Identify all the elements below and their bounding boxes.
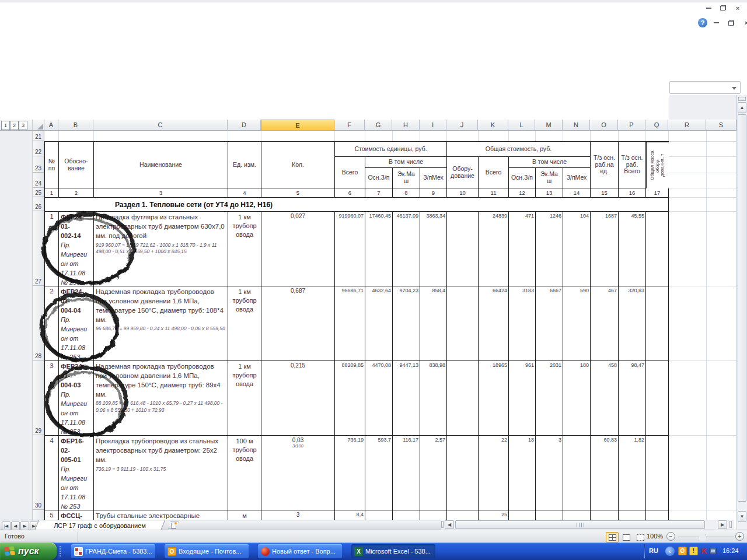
scroll-down-button[interactable]: ▼: [738, 511, 746, 522]
cell-c6[interactable]: 8,4: [335, 510, 365, 520]
cell-unit[interactable]: м: [228, 510, 261, 520]
header-cell-name[interactable]: Наименование: [94, 142, 228, 188]
colnum-9[interactable]: 9: [420, 188, 447, 198]
tray-warning-icon[interactable]: !: [689, 547, 698, 555]
header-cell-osn-zp-2[interactable]: Осн.З/п: [509, 168, 536, 188]
cell-basis[interactable]: ФЕР24-01- 004-04 Пр. Минреги он от 17.11…: [59, 286, 94, 361]
cell-name[interactable]: Трубы стальные электросварные: [94, 510, 228, 520]
row-header-29[interactable]: 29: [33, 360, 44, 435]
cell-c17[interactable]: [646, 436, 669, 510]
cell-c12[interactable]: 961: [509, 361, 536, 436]
cell-c8[interactable]: 9704,23: [393, 286, 420, 361]
cell-c13[interactable]: 2031: [536, 361, 563, 436]
cell-c8[interactable]: [393, 510, 420, 520]
cell-basis[interactable]: ФССЦ-: [59, 510, 94, 520]
column-header-s[interactable]: S: [706, 120, 736, 131]
workbook-close-button[interactable]: ×: [740, 19, 747, 27]
cell-unit[interactable]: 1 км трубопр овода: [228, 286, 261, 361]
header-cell-zp-meh-2[interactable]: З/пМех: [563, 168, 591, 188]
column-header-l[interactable]: L: [508, 120, 535, 131]
cell-c9[interactable]: 838,98: [420, 361, 447, 436]
column-header-j[interactable]: J: [446, 120, 478, 131]
cell-c14[interactable]: 104: [563, 212, 591, 286]
column-header-m[interactable]: M: [535, 120, 563, 131]
header-cell-no[interactable]: № пп: [45, 142, 59, 188]
cell-c16[interactable]: [619, 510, 646, 520]
cell-c15[interactable]: 467: [591, 286, 619, 361]
colnum-1[interactable]: 1: [45, 188, 59, 198]
colnum-15[interactable]: 15: [591, 188, 619, 198]
column-header-k[interactable]: K: [478, 120, 508, 131]
cell-c14[interactable]: 180: [563, 361, 591, 436]
colnum-4[interactable]: 4: [228, 188, 261, 198]
cell-c17[interactable]: [646, 286, 669, 361]
cell-c10[interactable]: [447, 286, 479, 361]
scroll-left-button[interactable]: ◀: [445, 520, 454, 529]
cell-qty[interactable]: 3: [261, 510, 335, 520]
cell-unit[interactable]: 100 м трубопр овода: [228, 436, 261, 510]
select-all-corner[interactable]: [33, 120, 44, 131]
cell-qty[interactable]: 0,03 3/100: [261, 436, 335, 510]
cell-c12[interactable]: 3183: [509, 286, 536, 361]
cell-c12[interactable]: 18: [509, 436, 536, 510]
header-cell-total-2[interactable]: Всего: [479, 157, 509, 188]
zoom-level-label[interactable]: 100%: [647, 533, 663, 540]
cell-qty[interactable]: 0,027: [261, 212, 335, 286]
clock[interactable]: 16:24: [722, 547, 739, 554]
colnum-8[interactable]: 8: [393, 188, 420, 198]
row-header-21[interactable]: 21: [33, 131, 44, 141]
cell-c7[interactable]: 4632,64: [365, 286, 393, 361]
row-header-24[interactable]: 24: [33, 173, 44, 188]
column-header-g[interactable]: G: [365, 120, 392, 131]
cell-c12[interactable]: [509, 510, 536, 520]
scroll-right-button[interactable]: ▶: [718, 520, 727, 529]
sheet-tab[interactable]: ЛСР 17 граф с оборудованием: [35, 520, 165, 530]
header-cell-tz-per-unit[interactable]: Т/з осн. раб.на ед.: [591, 142, 619, 188]
cell-name[interactable]: Прокладка футляра из стальных электросва…: [94, 212, 228, 286]
hide-icons-button[interactable]: ‹: [665, 547, 675, 556]
vertical-scrollbar[interactable]: ▲ ▼: [736, 95, 747, 530]
column-header-f[interactable]: F: [334, 120, 365, 131]
cell-c16[interactable]: 98,47: [619, 361, 646, 436]
cell-unit[interactable]: 1 км трубопр овода: [228, 212, 261, 286]
row-header-25[interactable]: 25: [33, 188, 44, 197]
cell-c16[interactable]: 45,55: [619, 212, 646, 286]
column-header-n[interactable]: N: [563, 120, 590, 131]
cell-c15[interactable]: 458: [591, 361, 619, 436]
header-cell-mass[interactable]: Общая масса обору- дования, т: [646, 142, 669, 188]
window-close-button[interactable]: ×: [731, 4, 744, 12]
colnum-7[interactable]: 7: [365, 188, 393, 198]
zoom-in-button[interactable]: +: [735, 532, 744, 541]
cell-no[interactable]: 5: [45, 510, 59, 520]
colnum-6[interactable]: 6: [335, 188, 365, 198]
cell-c13[interactable]: 3: [536, 436, 563, 510]
cell-c14[interactable]: [563, 436, 591, 510]
cell-c14[interactable]: [563, 510, 591, 520]
cell-c6[interactable]: 88209,85: [335, 361, 365, 436]
cell-c11[interactable]: 25: [479, 510, 509, 520]
workbook-minimize-button[interactable]: [710, 19, 722, 27]
cell-qty[interactable]: 0,215: [261, 361, 335, 436]
outline-level-1-button[interactable]: 1: [1, 121, 10, 130]
cell-c6[interactable]: 736,19: [335, 436, 365, 510]
column-header-r[interactable]: R: [668, 120, 706, 131]
cell-basis[interactable]: ФЕР16-02- 005-01 Пр. Минреги он от 17.11…: [59, 436, 94, 510]
cell-c7[interactable]: [365, 510, 393, 520]
cell-c9[interactable]: 2,57: [420, 436, 447, 510]
header-cell-total[interactable]: Всего: [335, 157, 365, 188]
cell-unit[interactable]: 1 км трубопр овода: [228, 361, 261, 436]
cell-c17[interactable]: [646, 361, 669, 436]
page-layout-view-button[interactable]: [620, 532, 633, 542]
cell-no[interactable]: 4: [45, 436, 59, 510]
cell-c7[interactable]: 17460,45: [365, 212, 393, 286]
cell-no[interactable]: 2: [45, 286, 59, 361]
row-header-22[interactable]: 22: [33, 141, 44, 156]
scroll-split-handle[interactable]: [729, 521, 732, 528]
cell-c11[interactable]: 66424: [479, 286, 509, 361]
cell-c9[interactable]: 3863,34: [420, 212, 447, 286]
column-header-a[interactable]: A: [44, 120, 58, 131]
column-header-q[interactable]: Q: [645, 120, 668, 131]
outline-level-2-button[interactable]: 2: [10, 121, 19, 130]
cell-c7[interactable]: 4470,08: [365, 361, 393, 436]
cell-c8[interactable]: 116,17: [393, 436, 420, 510]
